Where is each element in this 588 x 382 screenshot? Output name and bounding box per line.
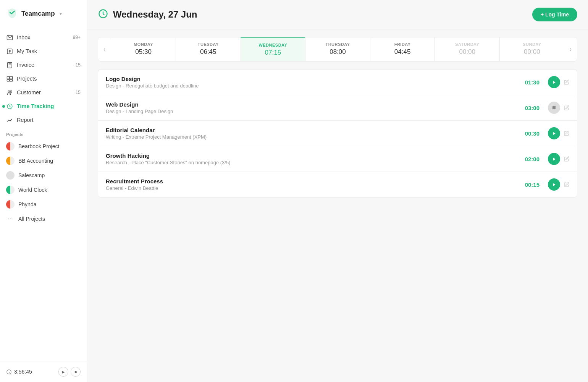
task-time-growth-hacking: 02:00 bbox=[525, 156, 540, 162]
report-icon bbox=[6, 117, 13, 123]
active-indicator bbox=[2, 105, 5, 108]
inbox-label: Inbox bbox=[17, 34, 30, 40]
task-row-recruitment-process: Recruitment Process General - Edwin Beat… bbox=[98, 172, 577, 197]
report-label: Report bbox=[17, 117, 34, 123]
week-day-time: 00:00 bbox=[524, 48, 540, 56]
all-projects-item[interactable]: ··· All Projects bbox=[0, 212, 87, 226]
week-prev-button[interactable]: ‹ bbox=[98, 37, 111, 61]
app-name: Teamcamp bbox=[21, 10, 55, 18]
week-day-monday[interactable]: MONDAY 05:30 bbox=[111, 37, 176, 61]
invoice-badge: 15 bbox=[76, 62, 81, 68]
task-time-editorial-calendar: 00:30 bbox=[525, 130, 540, 137]
play-button-logo-design[interactable] bbox=[548, 76, 560, 88]
week-day-tuesday[interactable]: TUESDAY 06:45 bbox=[176, 37, 241, 61]
week-day-saturday[interactable]: SATURDAY 00:00 bbox=[435, 37, 499, 61]
play-button-editorial-calendar[interactable] bbox=[548, 127, 560, 139]
task-title-growth-hacking: Growth Hacking bbox=[106, 152, 525, 159]
timer-stop-button[interactable]: ■ bbox=[71, 367, 81, 377]
week-day-name: THURSDAY bbox=[325, 42, 350, 47]
sidebar-item-my-task[interactable]: My Task bbox=[0, 44, 87, 58]
svg-rect-11 bbox=[7, 79, 9, 81]
play-button-growth-hacking[interactable] bbox=[548, 153, 560, 165]
svg-marker-18 bbox=[553, 81, 555, 84]
sidebar-item-invoice[interactable]: Invoice 15 bbox=[0, 58, 87, 72]
week-day-sunday[interactable]: SUNDAY 00:00 bbox=[499, 37, 564, 61]
edit-button-growth-hacking[interactable] bbox=[564, 156, 569, 162]
timer-controls: ▶ ■ bbox=[58, 367, 81, 377]
timer-clock-icon bbox=[6, 369, 12, 375]
inbox-icon bbox=[6, 34, 13, 41]
sidebar-item-customer[interactable]: Customer 15 bbox=[0, 86, 87, 99]
week-day-name: TUESDAY bbox=[198, 42, 219, 47]
task-row-web-design: Web Design Design - Landing Page Design … bbox=[98, 95, 577, 121]
week-day-name: SUNDAY bbox=[523, 42, 541, 47]
invoice-icon bbox=[6, 62, 13, 68]
project-bearbook[interactable]: Bearbook Project bbox=[0, 139, 87, 154]
timer-play-button[interactable]: ▶ bbox=[58, 367, 68, 377]
sidebar-item-inbox[interactable]: Inbox 99+ bbox=[0, 31, 87, 44]
week-day-time: 05:30 bbox=[135, 48, 152, 56]
week-day-thursday[interactable]: THURSDAY 08:00 bbox=[305, 37, 370, 61]
svg-point-13 bbox=[8, 91, 10, 92]
edit-button-recruitment-process[interactable] bbox=[564, 182, 569, 187]
task-info-editorial-calendar: Editorial Calendar Writing - Extreme Pro… bbox=[106, 127, 525, 140]
sidebar-item-projects[interactable]: Projects bbox=[0, 72, 87, 86]
customer-icon bbox=[6, 89, 13, 96]
timer-display: 3:56:45 bbox=[6, 369, 32, 375]
week-navigation: ‹ MONDAY 05:30 TUESDAY 06:45 WEDNESDAY 0… bbox=[98, 37, 577, 62]
svg-marker-21 bbox=[553, 157, 555, 160]
task-actions-growth-hacking: 02:00 bbox=[525, 153, 569, 165]
task-subtitle-editorial-calendar: Writing - Extreme Project Management (XP… bbox=[106, 134, 525, 140]
week-day-name: FRIDAY bbox=[394, 42, 411, 47]
task-info-recruitment-process: Recruitment Process General - Edwin Beat… bbox=[106, 178, 525, 191]
task-actions-web-design: 03:00 bbox=[525, 102, 569, 114]
play-button-recruitment-process[interactable] bbox=[548, 178, 560, 191]
sidebar-header: Teamcamp ▾ bbox=[0, 0, 87, 28]
project-phynda[interactable]: Phynda bbox=[0, 197, 87, 212]
week-day-time: 04:45 bbox=[394, 48, 411, 56]
svg-rect-19 bbox=[552, 106, 556, 109]
my-task-label: My Task bbox=[17, 48, 37, 54]
edit-button-web-design[interactable] bbox=[564, 105, 569, 110]
header-clock-icon bbox=[98, 8, 108, 21]
svg-marker-20 bbox=[553, 132, 555, 135]
bb-accounting-dot bbox=[6, 157, 15, 165]
project-salescamp[interactable]: Salescamp bbox=[0, 168, 87, 183]
task-time-web-design: 03:00 bbox=[525, 105, 540, 111]
week-day-name: MONDAY bbox=[134, 42, 153, 47]
week-day-friday[interactable]: FRIDAY 04:45 bbox=[370, 37, 435, 61]
task-subtitle-web-design: Design - Landing Page Design bbox=[106, 108, 525, 114]
week-next-button[interactable]: › bbox=[564, 37, 577, 61]
sidebar-item-time-tracking[interactable]: Time Tracking bbox=[0, 99, 87, 113]
task-title-logo-design: Logo Design bbox=[106, 76, 525, 82]
project-world-clock[interactable]: World Clock bbox=[0, 183, 87, 197]
week-day-wednesday[interactable]: WEDNESDAY 07:15 bbox=[241, 37, 305, 61]
customer-label: Customer bbox=[17, 89, 41, 96]
task-row-logo-design: Logo Design Design - Renegotiate budget … bbox=[98, 70, 577, 95]
stop-button-web-design[interactable] bbox=[548, 102, 560, 114]
bearbook-dot bbox=[6, 142, 15, 151]
task-subtitle-logo-design: Design - Renegotiate budget and deadline bbox=[106, 83, 525, 89]
svg-rect-9 bbox=[7, 76, 9, 79]
sidebar-nav: Inbox 99+ My Task Invoice 15 Projects bbox=[0, 28, 87, 361]
app-chevron[interactable]: ▾ bbox=[60, 11, 62, 16]
week-day-time: 00:00 bbox=[459, 48, 475, 56]
log-time-button[interactable]: + Log Time bbox=[532, 8, 577, 21]
edit-button-logo-design[interactable] bbox=[564, 79, 569, 85]
world-clock-label: World Clock bbox=[18, 187, 47, 193]
time-tracking-icon bbox=[6, 103, 13, 110]
projects-section-label: Projects bbox=[0, 127, 87, 139]
week-day-name: WEDNESDAY bbox=[258, 43, 287, 47]
salescamp-label: Salescamp bbox=[18, 172, 45, 178]
inbox-badge: 99+ bbox=[73, 35, 81, 40]
sidebar-item-report[interactable]: Report bbox=[0, 113, 87, 127]
customer-badge: 15 bbox=[76, 90, 81, 95]
bb-accounting-label: BB Accounting bbox=[18, 158, 53, 164]
task-info-web-design: Web Design Design - Landing Page Design bbox=[106, 101, 525, 114]
svg-marker-22 bbox=[553, 183, 555, 186]
project-bb-accounting[interactable]: BB Accounting bbox=[0, 154, 87, 168]
edit-button-editorial-calendar[interactable] bbox=[564, 131, 569, 136]
task-title-recruitment-process: Recruitment Process bbox=[106, 178, 525, 185]
week-days: MONDAY 05:30 TUESDAY 06:45 WEDNESDAY 07:… bbox=[111, 37, 564, 61]
projects-label: Projects bbox=[17, 76, 37, 82]
